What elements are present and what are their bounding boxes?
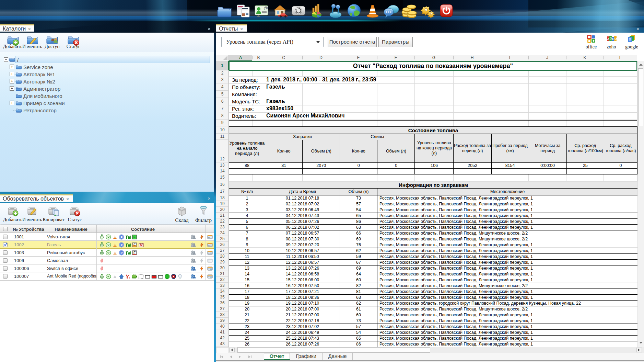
svg-text:@: @ [264, 5, 268, 11]
svg-text:O: O [610, 37, 612, 40]
svg-text:O: O [614, 37, 617, 41]
svg-text:F: F [133, 243, 136, 247]
svg-text:P: P [120, 235, 123, 239]
svg-text:Z: Z [607, 37, 609, 41]
svg-text:F: F [133, 251, 136, 255]
svg-text:P: P [120, 243, 123, 247]
svg-text:P: P [120, 251, 123, 255]
svg-text:H: H [612, 37, 614, 41]
svg-text:F: F [133, 235, 136, 239]
